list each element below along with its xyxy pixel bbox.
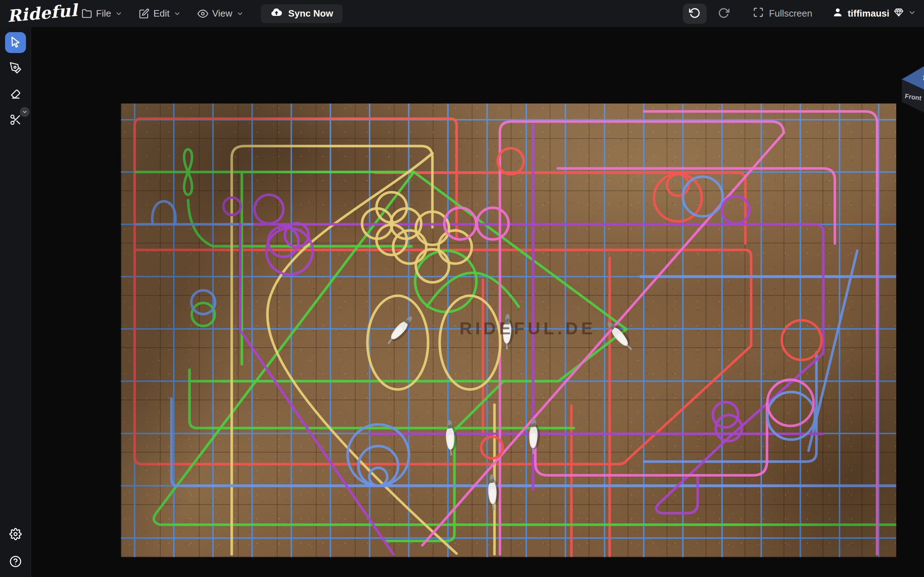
riding-circle[interactable] xyxy=(254,195,283,224)
riding-path[interactable] xyxy=(644,352,816,462)
tool-eraser[interactable] xyxy=(5,84,26,105)
eraser-icon xyxy=(10,88,22,102)
riding-path[interactable] xyxy=(135,119,751,464)
riding-path[interactable] xyxy=(254,224,823,436)
eye-icon xyxy=(197,8,208,19)
riding-circle[interactable] xyxy=(439,230,472,264)
pen-nib-icon xyxy=(10,62,22,76)
riding-circle[interactable] xyxy=(369,468,387,486)
tool-select[interactable] xyxy=(5,32,26,53)
sidebar-bottom-group xyxy=(5,522,26,577)
chevron-down-icon[interactable] xyxy=(908,8,916,19)
chevron-down-icon xyxy=(174,10,181,17)
riding-circle[interactable] xyxy=(367,296,428,390)
menu-file[interactable]: File xyxy=(82,8,122,19)
edit-icon xyxy=(139,8,149,19)
gear-icon xyxy=(10,528,22,542)
undo-icon xyxy=(689,7,701,20)
riding-circle[interactable] xyxy=(268,226,299,257)
tool-sidebar xyxy=(0,27,31,577)
undo-button[interactable] xyxy=(683,3,707,24)
fullscreen-button[interactable]: Fullscreen xyxy=(753,7,812,20)
fullscreen-icon xyxy=(753,7,764,20)
app-logo: Rideful xyxy=(6,2,66,26)
chevron-down-icon xyxy=(236,10,244,17)
horse[interactable] xyxy=(488,474,499,510)
scissors-icon xyxy=(10,114,22,127)
username: tiffimausi xyxy=(848,8,889,19)
top-toolbar: Rideful File Edit View xyxy=(0,0,924,27)
riding-path[interactable] xyxy=(240,224,393,554)
help-icon xyxy=(10,555,22,569)
riding-circle[interactable] xyxy=(439,296,500,390)
cloud-upload-icon xyxy=(270,6,283,21)
riding-circle[interactable] xyxy=(767,380,814,426)
redo-button[interactable] xyxy=(712,3,736,24)
riding-path[interactable] xyxy=(189,370,574,428)
chevron-down-icon xyxy=(115,10,122,17)
cursor-icon xyxy=(10,36,22,49)
fullscreen-label: Fullscreen xyxy=(769,8,812,19)
riding-path[interactable] xyxy=(232,146,432,554)
topbar-right-group: Fullscreen tiffimausi xyxy=(683,3,916,24)
scissors-submenu-button[interactable] xyxy=(20,107,30,117)
menu-file-label: File xyxy=(96,8,111,19)
tool-pen[interactable] xyxy=(5,58,26,79)
menu-view-label: View xyxy=(212,8,233,19)
arena-figures-layer xyxy=(121,103,896,557)
riding-path[interactable] xyxy=(422,121,783,554)
gem-icon xyxy=(894,7,904,20)
help-button[interactable] xyxy=(5,552,26,573)
menu-view[interactable]: View xyxy=(197,8,244,19)
sync-now-label: Sync Now xyxy=(288,8,333,19)
drawing-canvas[interactable]: RIDEFUL.DE Top Front Side xyxy=(31,27,924,577)
horse[interactable] xyxy=(385,314,417,348)
redo-icon xyxy=(718,7,729,20)
chevron-down-icon xyxy=(22,109,27,115)
riding-path[interactable] xyxy=(427,273,519,307)
riding-arena[interactable]: RIDEFUL.DE xyxy=(121,103,896,557)
settings-button[interactable] xyxy=(5,524,26,545)
riding-circle[interactable] xyxy=(767,392,815,440)
user-icon xyxy=(832,7,843,20)
folder-icon xyxy=(82,8,92,19)
menu-edit[interactable]: Edit xyxy=(139,8,181,19)
user-menu[interactable]: tiffimausi xyxy=(832,7,916,20)
tool-scissors[interactable] xyxy=(5,110,26,131)
view-cube[interactable]: Top Front Side xyxy=(896,59,924,118)
sync-now-button[interactable]: Sync Now xyxy=(261,4,342,23)
riding-circle[interactable] xyxy=(782,320,822,360)
riding-path[interactable] xyxy=(152,201,175,224)
horse[interactable] xyxy=(502,313,514,350)
riding-path[interactable] xyxy=(386,381,504,541)
riding-circle[interactable] xyxy=(498,148,524,174)
menu-edit-label: Edit xyxy=(153,8,170,19)
rideful-app: Rideful File Edit View xyxy=(0,0,924,577)
